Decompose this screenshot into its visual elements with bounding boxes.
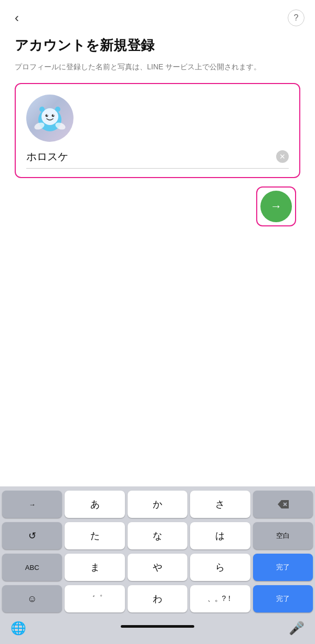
key-a[interactable]: あ [65,491,124,518]
main-content: アカウントを新規登録 プロフィールに登録した名前と写真は、LINE サービス上で… [0,32,315,247]
keyboard-row-4: ☺ ゛゜ わ 、。?！ 完了 [2,585,313,612]
key-punctuation[interactable]: 、。?！ [190,585,250,612]
globe-icon[interactable]: 🌐 [10,621,26,636]
page-title: アカウントを新規登録 [15,37,300,55]
keyboard: → あ か さ ↺ た な は 空白 ABC ま や ら [0,486,315,644]
key-ha[interactable]: は [190,522,250,549]
key-abc[interactable]: ABC [2,554,62,581]
microphone-icon[interactable]: 🎤 [289,621,304,636]
key-ma[interactable]: ま [65,554,124,581]
name-input-area: ✕ [26,150,289,169]
key-ka[interactable]: か [128,491,187,518]
help-button[interactable]: ? [288,9,304,26]
key-ya[interactable]: や [128,554,187,581]
key-arrow[interactable]: → [2,491,62,518]
key-ra[interactable]: ら [190,554,250,581]
key-ta[interactable]: た [65,522,124,549]
key-done-2[interactable]: 完了 [253,585,313,612]
back-button[interactable]: ‹ [10,8,23,27]
key-done-1[interactable]: 完了 [253,554,313,581]
key-emoji[interactable]: ☺ [2,585,62,612]
keyboard-bottom-bar: 🌐 🎤 [2,617,313,644]
page-subtitle: プロフィールに登録した名前と写真は、LINE サービス上で公開されます。 [15,61,300,72]
home-indicator [121,625,194,628]
key-space[interactable]: 空白 [253,522,313,549]
keyboard-row-2: ↺ た な は 空白 [2,522,313,549]
key-wa[interactable]: わ [128,585,187,612]
avatar-mascot-svg [32,100,68,137]
svg-point-5 [53,115,54,116]
top-bar: ‹ ? [0,0,315,32]
profile-card: ✕ [15,83,300,178]
svg-point-10 [48,126,51,129]
svg-point-7 [55,107,60,112]
keyboard-row-3: ABC ま や ら 完了 [2,554,313,581]
key-sa[interactable]: さ [190,491,250,518]
keyboard-row-1: → あ か さ [2,491,313,518]
keyboard-rows: → あ か さ ↺ た な は 空白 ABC ま や ら [2,491,313,612]
svg-point-2 [46,115,48,117]
key-dakuten[interactable]: ゛゜ [65,585,124,612]
key-undo[interactable]: ↺ [2,522,62,549]
next-button-wrapper: → [256,186,296,226]
next-arrow-icon: → [270,200,282,213]
clear-input-button[interactable]: ✕ [276,150,289,163]
svg-point-3 [52,115,55,117]
next-button[interactable]: → [260,191,292,222]
svg-point-4 [47,115,48,116]
avatar-container [26,95,289,142]
key-backspace[interactable] [253,491,313,518]
key-na[interactable]: な [128,522,187,549]
svg-point-6 [39,107,45,112]
avatar[interactable] [26,95,74,142]
name-input[interactable] [26,151,276,163]
next-button-area: → [15,186,300,226]
backspace-icon [277,500,289,509]
